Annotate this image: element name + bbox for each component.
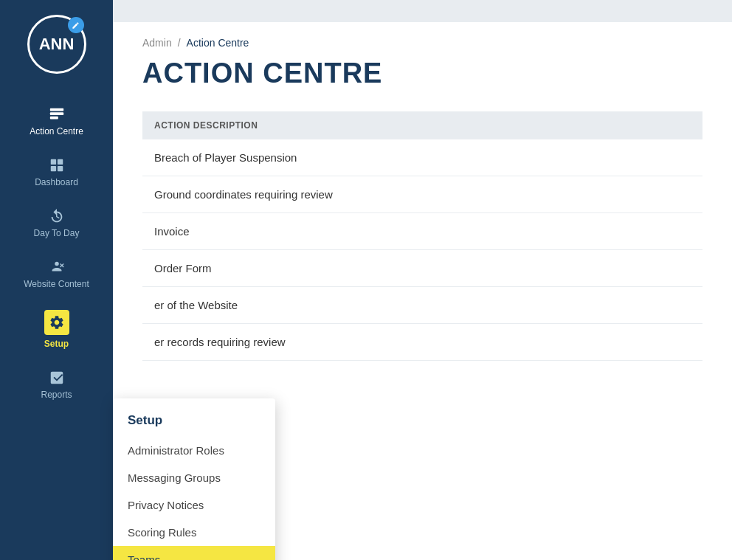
sidebar-item-website-content[interactable]: Website Content bbox=[0, 249, 113, 300]
dashboard-icon bbox=[49, 157, 65, 173]
sidebar: ANN Action Centre Dashboard Day To bbox=[0, 0, 113, 560]
breadcrumb-current: Action Centre bbox=[187, 37, 249, 49]
sidebar-item-label: Day To Day bbox=[34, 228, 80, 238]
dropdown-item[interactable]: Privacy Notices bbox=[113, 491, 275, 519]
sidebar-item-label: Action Centre bbox=[30, 126, 83, 136]
sidebar-item-label: Website Content bbox=[24, 279, 89, 289]
table-row[interactable]: er records requiring review bbox=[142, 324, 702, 361]
avatar-initials: ANN bbox=[39, 35, 75, 54]
table-row[interactable]: Ground coordinates requiring review bbox=[142, 176, 702, 213]
breadcrumb: Admin / Action Centre bbox=[142, 37, 702, 49]
reports-icon bbox=[49, 370, 65, 386]
sidebar-setup-label: Setup bbox=[44, 339, 69, 349]
page-title: ACTION CENTRE bbox=[142, 58, 702, 89]
sidebar-nav: Action Centre Dashboard Day To Day Websi… bbox=[0, 89, 113, 410]
table-cell-description: Invoice bbox=[142, 213, 702, 250]
dropdown-item[interactable]: Scoring Rules bbox=[113, 519, 275, 546]
setup-dropdown: Setup Administrator RolesMessaging Group… bbox=[113, 398, 275, 560]
history-icon bbox=[49, 208, 65, 224]
svg-rect-1 bbox=[49, 112, 63, 115]
content-area: Admin / Action Centre ACTION CENTRE ACTI… bbox=[113, 22, 732, 390]
table-cell-description: Breach of Player Suspension bbox=[142, 139, 702, 176]
sidebar-item-day-to-day[interactable]: Day To Day bbox=[0, 198, 113, 249]
svg-point-7 bbox=[55, 262, 59, 266]
table-cell-description: Ground coordinates requiring review bbox=[142, 176, 702, 213]
dropdown-item[interactable]: Administrator Roles bbox=[113, 437, 275, 464]
sidebar-item-label: Dashboard bbox=[35, 177, 78, 187]
table-row[interactable]: Invoice bbox=[142, 213, 702, 250]
sidebar-item-setup[interactable]: Setup bbox=[0, 300, 113, 359]
svg-rect-5 bbox=[50, 166, 55, 171]
table-cell-description: er records requiring review bbox=[142, 324, 702, 361]
svg-rect-6 bbox=[57, 166, 62, 171]
svg-rect-4 bbox=[57, 159, 62, 165]
table-row[interactable]: Breach of Player Suspension bbox=[142, 139, 702, 176]
table-cell-description: Order Form bbox=[142, 250, 702, 287]
sidebar-item-reports[interactable]: Reports bbox=[0, 359, 113, 410]
sidebar-item-label: Reports bbox=[41, 390, 72, 400]
sidebar-item-action-centre[interactable]: Action Centre bbox=[0, 96, 113, 147]
action-centre-icon bbox=[49, 106, 65, 122]
table-cell-description: er of the Website bbox=[142, 287, 702, 324]
website-content-icon bbox=[49, 259, 65, 275]
dropdown-item[interactable]: Teams bbox=[113, 546, 275, 560]
sidebar-item-dashboard[interactable]: Dashboard bbox=[0, 147, 113, 198]
svg-rect-2 bbox=[49, 117, 58, 120]
top-bar bbox=[113, 0, 732, 22]
avatar[interactable]: ANN bbox=[27, 15, 86, 74]
table-row[interactable]: er of the Website bbox=[142, 287, 702, 324]
avatar-section: ANN bbox=[0, 0, 113, 89]
table-row[interactable]: Order Form bbox=[142, 250, 702, 287]
gear-icon bbox=[44, 310, 69, 335]
svg-rect-0 bbox=[49, 108, 63, 111]
breadcrumb-parent[interactable]: Admin bbox=[142, 37, 172, 49]
dropdown-title: Setup bbox=[113, 413, 275, 437]
breadcrumb-separator: / bbox=[178, 37, 181, 49]
dropdown-item[interactable]: Messaging Groups bbox=[113, 464, 275, 491]
svg-rect-3 bbox=[50, 159, 55, 165]
table-header-description: ACTION DESCRIPTION bbox=[142, 111, 702, 139]
avatar-edit-badge[interactable] bbox=[68, 17, 84, 33]
action-table: ACTION DESCRIPTION Breach of Player Susp… bbox=[142, 111, 702, 361]
